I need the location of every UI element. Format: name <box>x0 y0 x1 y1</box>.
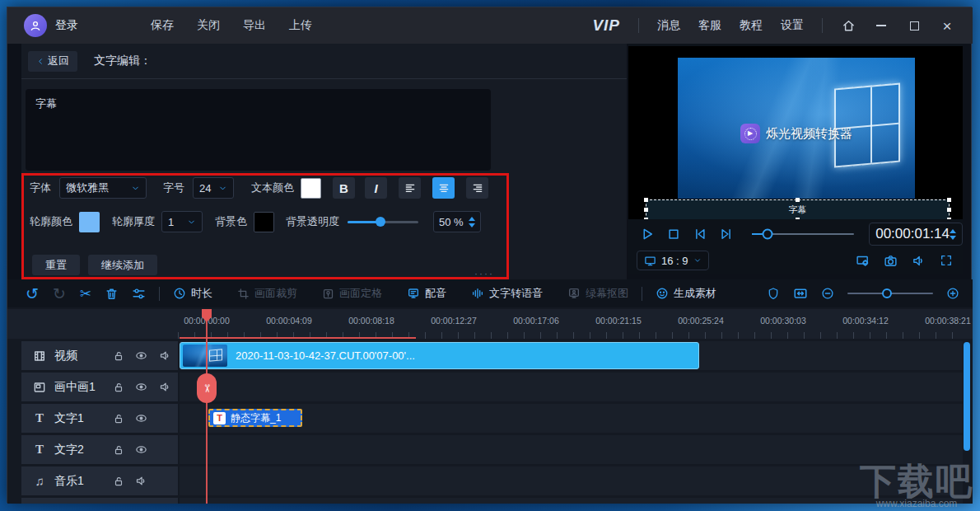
fullscreen-button[interactable] <box>940 254 953 268</box>
timeline-vertical-scrollbar[interactable] <box>964 342 970 451</box>
visibility-toggle[interactable] <box>135 349 147 362</box>
text-clip[interactable]: T 静态字幕_1 <box>208 409 302 427</box>
resize-handle[interactable] <box>947 218 951 219</box>
duration-button[interactable]: 时长 <box>173 286 212 301</box>
resize-handle[interactable] <box>947 208 951 212</box>
visibility-toggle[interactable] <box>135 443 147 456</box>
fit-timeline-button[interactable] <box>793 286 808 301</box>
tutorials-button[interactable]: 教程 <box>740 18 763 33</box>
user-avatar[interactable] <box>24 14 47 37</box>
home-button[interactable] <box>841 18 856 33</box>
resize-handle[interactable] <box>796 218 800 219</box>
adjust-button[interactable] <box>132 287 146 301</box>
align-right-button[interactable] <box>466 177 488 199</box>
generate-material-button[interactable]: 生成素材 <box>656 286 716 301</box>
video-preview[interactable]: ▶ 烁光视频转换器 <box>678 58 915 199</box>
subtitle-text-input[interactable]: 字幕 <box>26 89 491 171</box>
track-header-pip[interactable]: 画中画1 <box>21 373 178 401</box>
visibility-toggle[interactable] <box>135 381 147 393</box>
background-color-swatch[interactable] <box>254 212 274 232</box>
login-button[interactable]: 登录 <box>55 18 78 33</box>
resize-handle[interactable] <box>796 198 800 202</box>
delete-button[interactable] <box>105 287 119 301</box>
guard-button[interactable] <box>767 287 780 300</box>
minimize-button[interactable] <box>874 18 889 33</box>
undo-button[interactable]: ↺ <box>26 284 39 303</box>
panel-resize-handle[interactable]: ···· <box>474 268 494 279</box>
vip-badge[interactable]: VIP <box>592 16 620 35</box>
cut-button[interactable]: ✂ <box>80 285 91 302</box>
skip-end-button[interactable] <box>719 227 734 241</box>
bold-button[interactable]: B <box>333 177 355 199</box>
timecode-up-icon[interactable] <box>950 229 956 233</box>
background-opacity-slider[interactable] <box>348 221 418 223</box>
messages-button[interactable]: 消息 <box>657 18 680 33</box>
resize-handle[interactable] <box>644 208 648 212</box>
seek-knob[interactable] <box>763 229 773 240</box>
italic-button[interactable]: I <box>365 177 387 199</box>
close-project-button[interactable]: 关闭 <box>197 18 220 33</box>
seek-slider[interactable] <box>752 233 854 235</box>
font-family-select[interactable]: 微软雅黑 <box>59 177 147 199</box>
text-color-swatch[interactable] <box>301 178 321 199</box>
track-header-video[interactable]: 视频 <box>21 341 178 370</box>
resize-handle[interactable] <box>644 198 648 202</box>
display-settings-button[interactable] <box>856 254 870 268</box>
redo-button[interactable]: ↻ <box>53 284 66 303</box>
resize-handle[interactable] <box>947 198 951 202</box>
maximize-button[interactable] <box>907 18 922 33</box>
aspect-ratio-select[interactable]: 16 : 9 <box>637 251 709 270</box>
timeline-zoom-slider[interactable] <box>847 293 933 294</box>
reset-button[interactable]: 重置 <box>32 255 80 275</box>
save-button[interactable]: 保存 <box>151 18 174 33</box>
play-button[interactable] <box>640 227 655 241</box>
zoom-out-button[interactable] <box>821 287 834 300</box>
back-button[interactable]: 返回 <box>28 51 77 72</box>
export-button[interactable]: 导出 <box>243 18 266 33</box>
track-header-text2[interactable]: T 文字2 <box>21 435 178 464</box>
settings-button[interactable]: 设置 <box>781 18 804 33</box>
spin-up-icon[interactable] <box>469 217 475 221</box>
timecode-display[interactable]: 00:00:01:14 <box>869 223 963 246</box>
support-button[interactable]: 客服 <box>698 18 721 33</box>
track-header-music[interactable]: ♫ 音乐1 <box>21 466 178 495</box>
spin-down-icon[interactable] <box>469 223 475 227</box>
video-clip[interactable]: 2020-11-03-10-42-37.CUT.00'07-00'... <box>180 342 699 369</box>
lock-toggle[interactable] <box>113 413 124 424</box>
slider-knob[interactable] <box>376 217 385 227</box>
lock-toggle[interactable] <box>113 382 124 393</box>
align-left-button[interactable] <box>399 177 421 199</box>
timecode-down-icon[interactable] <box>950 236 956 240</box>
timeline-ruler[interactable]: 00:00:00:00 00:00:04:09 00:00:08:18 00:0… <box>7 309 973 339</box>
mute-toggle[interactable] <box>159 381 171 393</box>
visibility-toggle[interactable] <box>135 412 147 424</box>
align-center-button[interactable] <box>432 177 455 199</box>
voiceover-button[interactable]: 配音 <box>407 286 446 301</box>
subtitle-selection-box[interactable]: 字幕 <box>646 199 950 219</box>
upload-button[interactable]: 上传 <box>289 18 312 33</box>
track-lane-music[interactable] <box>180 466 963 495</box>
mute-toggle[interactable] <box>135 475 147 487</box>
split-playhead-button[interactable]: ✂ <box>197 373 217 403</box>
outline-width-select[interactable]: 1 <box>161 211 203 232</box>
lock-toggle[interactable] <box>113 444 124 456</box>
track-lane-pip[interactable] <box>180 373 963 401</box>
text-to-speech-button[interactable]: 文字转语音 <box>471 286 543 301</box>
stop-button[interactable] <box>666 227 681 241</box>
close-button[interactable]: × <box>940 18 954 33</box>
zoom-knob[interactable] <box>882 288 892 298</box>
lock-toggle[interactable] <box>113 476 124 487</box>
track-lane-text2[interactable] <box>180 435 963 464</box>
outline-color-swatch[interactable] <box>79 212 100 232</box>
snapshot-button[interactable] <box>884 254 898 268</box>
lock-toggle[interactable] <box>113 350 124 362</box>
volume-button[interactable] <box>912 254 926 268</box>
mute-toggle[interactable] <box>159 349 171 362</box>
track-header-text1[interactable]: T 文字1 <box>21 404 178 433</box>
font-size-select[interactable]: 24 <box>193 177 234 199</box>
skip-start-button[interactable] <box>693 227 707 241</box>
continue-add-button[interactable]: 继续添加 <box>88 255 157 275</box>
zoom-in-button[interactable] <box>946 287 959 300</box>
resize-handle[interactable] <box>644 218 648 219</box>
background-opacity-spinner[interactable]: 50 % <box>433 211 481 232</box>
